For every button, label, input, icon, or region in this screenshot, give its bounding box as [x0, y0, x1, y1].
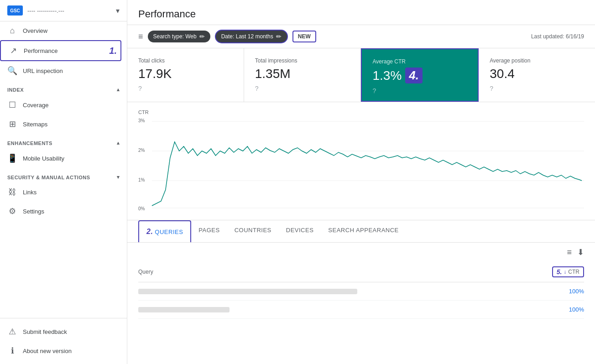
date-label: Date: Last 12 months: [221, 33, 273, 40]
help-icon[interactable]: ?: [255, 85, 350, 92]
tab-pages[interactable]: PAGES: [191, 220, 227, 242]
page-title: Performance: [127, 0, 595, 25]
sidebar-item-label: Performance: [24, 47, 57, 54]
search-type-label: Search type: Web: [153, 33, 197, 40]
search-icon: 🔍: [7, 66, 17, 76]
ctr-value: 100%: [561, 288, 584, 295]
trending-up-icon: ↗: [8, 46, 18, 56]
chevron-down-icon[interactable]: ▾: [116, 6, 120, 15]
tab-label: PAGES: [198, 227, 219, 234]
links-icon: ⛓: [7, 187, 17, 197]
metric-average-position: Average position 30.4 ?: [479, 48, 595, 102]
sidebar-item-mobile-usability[interactable]: 📱 Mobile Usability: [0, 149, 121, 168]
tab-label: SEARCH APPEARANCE: [328, 227, 398, 234]
ctr-col-label: CTR: [568, 269, 579, 275]
edit-icon: ✏: [199, 33, 205, 40]
home-icon: ⌂: [7, 26, 17, 36]
chart-line: [152, 142, 582, 206]
filter-bar: ≡ Search type: Web ✏ Date: Last 12 month…: [127, 25, 595, 48]
logo-box: GSC: [7, 5, 23, 16]
metric-label: Total clicks: [138, 57, 233, 64]
filter-icon[interactable]: ≡: [138, 32, 143, 42]
annotation-2: 2.: [146, 228, 153, 236]
chart-container: 3% 2% 1% 0% 6/17/18 7/28/18 9/7/18 10/17…: [138, 117, 584, 213]
download-icon[interactable]: ⬇: [577, 247, 584, 257]
help-icon[interactable]: ?: [373, 87, 467, 94]
metric-label: Total impressions: [255, 57, 350, 64]
submit-feedback-button[interactable]: ⚠ Submit feedback: [0, 322, 121, 341]
help-icon[interactable]: ?: [490, 85, 584, 92]
annotation-4: 4.: [405, 68, 423, 83]
sidebar-logo[interactable]: GSC ---- ----------.--- ▾: [0, 0, 127, 21]
sidebar: GSC ---- ----------.--- ▾ ⌂ Overview ↗ P…: [0, 0, 127, 364]
sidebar-item-settings[interactable]: ⚙ Settings: [0, 202, 121, 221]
sidebar-item-label: Mobile Usability: [23, 155, 64, 162]
security-section-header[interactable]: Security & Manual Actions ▾: [0, 168, 127, 183]
search-type-chip[interactable]: Search type: Web ✏: [148, 31, 210, 42]
sidebar-item-overview[interactable]: ⌂ Overview: [0, 21, 121, 40]
sort-down-icon: ↓: [564, 269, 566, 275]
help-icon[interactable]: ?: [138, 85, 233, 92]
metric-value: 17.9K: [138, 67, 233, 81]
chevron-up-icon: ▴: [117, 87, 120, 93]
sidebar-item-coverage[interactable]: ☐ Coverage: [0, 95, 121, 114]
chart-area: CTR 3% 2% 1% 0% 6/17/18 7/28/18 9/7/18 1: [127, 102, 595, 220]
table-section: ≡ ⬇ Query 5. ↓ CTR 100% 100%: [127, 243, 595, 319]
tab-countries[interactable]: COUNTRIES: [227, 220, 279, 242]
annotation-5: 5.: [557, 268, 562, 276]
enhancements-section-header[interactable]: Enhancements ▴: [0, 134, 127, 149]
new-badge-wrapper: NEW: [292, 31, 316, 42]
chart-y-label: CTR: [138, 109, 584, 115]
sidebar-item-label: URL inspection: [23, 68, 63, 74]
main-nav: ⌂ Overview ↗ Performance 1. 🔍 URL inspec…: [0, 21, 127, 221]
table-row: 100%: [138, 301, 584, 319]
new-badge-button[interactable]: NEW: [295, 32, 313, 41]
svg-text:3%: 3%: [138, 118, 145, 123]
filter-lines-icon[interactable]: ≡: [567, 248, 572, 257]
sidebar-item-label: Settings: [23, 208, 44, 215]
table-row: 100%: [138, 282, 584, 301]
chevron-up-icon: ▴: [117, 140, 120, 146]
tab-search-appearance[interactable]: SEARCH APPEARANCE: [321, 220, 406, 242]
gear-icon: ⚙: [7, 206, 17, 216]
about-new-version-button[interactable]: ℹ About new version: [0, 341, 121, 360]
new-badge-label: NEW: [298, 33, 311, 40]
sidebar-item-label: Coverage: [23, 102, 48, 109]
metric-value: 30.4: [490, 67, 584, 81]
tab-devices[interactable]: DEVICES: [279, 220, 321, 242]
sidebar-item-label: About new version: [23, 348, 72, 354]
index-section-header[interactable]: Index ▴: [0, 80, 127, 95]
site-name: ---- ----------.---: [27, 7, 111, 14]
annotation-5-wrapper: 5. ↓ CTR: [552, 266, 584, 277]
sidebar-item-label: Overview: [23, 27, 47, 34]
sidebar-item-links[interactable]: ⛓ Links: [0, 183, 121, 202]
svg-text:0%: 0%: [138, 206, 145, 211]
main-content: Performance ≡ Search type: Web ✏ Date: L…: [127, 0, 595, 364]
mobile-icon: 📱: [7, 153, 17, 163]
sidebar-item-sitemaps[interactable]: ⊞ Sitemaps: [0, 114, 121, 134]
metric-value: 1.3% 4.: [373, 68, 467, 83]
svg-text:2%: 2%: [138, 148, 145, 153]
grid-icon: ⊞: [7, 119, 17, 129]
col-query-header: Query: [138, 269, 552, 275]
svg-text:1%: 1%: [138, 177, 145, 182]
metric-total-impressions: Total impressions 1.35M ?: [244, 48, 361, 102]
edit-icon: ✏: [276, 33, 282, 40]
feedback-icon: ⚠: [7, 327, 17, 337]
query-text-placeholder: [138, 307, 230, 312]
tabs-bar: 2. QUERIES PAGES COUNTRIES DEVICES SEARC…: [127, 220, 595, 243]
metric-value: 1.35M: [255, 67, 350, 81]
annotation-1: 1.: [109, 46, 117, 56]
date-chip[interactable]: Date: Last 12 months ✏: [215, 30, 288, 43]
query-text-placeholder: [138, 289, 357, 294]
sidebar-item-performance[interactable]: ↗ Performance 1.: [0, 40, 121, 61]
sidebar-item-url-inspection[interactable]: 🔍 URL inspection: [0, 61, 121, 80]
sidebar-item-label: Submit feedback: [23, 328, 67, 335]
metric-label: Average CTR: [373, 58, 467, 65]
table-header: Query 5. ↓ CTR: [138, 262, 584, 282]
metric-label: Average position: [490, 57, 584, 64]
tab-queries[interactable]: 2. QUERIES: [138, 220, 191, 242]
sidebar-item-label: Sitemaps: [23, 121, 47, 128]
tab-label: COUNTRIES: [235, 227, 271, 234]
tab-label: DEVICES: [286, 227, 314, 234]
